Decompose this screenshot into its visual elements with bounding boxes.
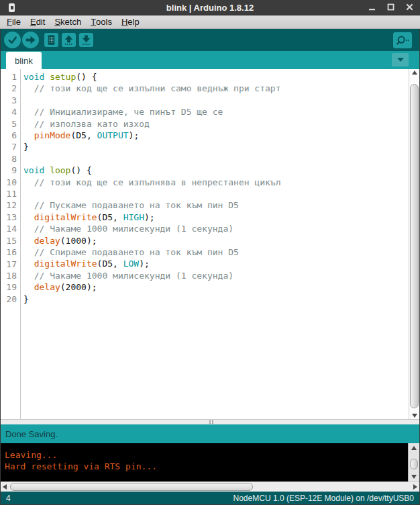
line-number: 13 [1,212,20,223]
arrow-right-icon [23,33,38,47]
code-line[interactable]: // Чакаме 1000 милисекунди (1 секунда) [23,270,409,281]
code-line[interactable] [23,153,409,165]
window-frame: blink 1234567891011121314151617181920 vo… [0,29,420,505]
tab-blink[interactable]: blink [6,52,42,69]
console-scroll-down-icon[interactable] [409,475,419,479]
upload-button[interactable] [22,32,39,48]
footer-status-bar: 4 NodeMCU 1.0 (ESP-12E Module) on /dev/t… [1,492,419,504]
console-vertical-scrollbar[interactable] [408,443,419,481]
code-line[interactable]: // този код ще се изпълнява в непрестане… [23,177,409,188]
toolbar [1,29,419,51]
scroll-left-arrow-icon[interactable] [3,482,7,492]
code-line[interactable]: // този код ще се изпълни само веднъж пр… [23,83,409,94]
splitter-grip-icon [209,420,211,422]
horizontal-scrollbar-thumb[interactable] [10,483,253,491]
line-number: 3 [1,95,20,106]
console-scroll-up-icon[interactable] [409,446,419,450]
arduino-ide-window: blink | Arduino 1.8.12 FileEditSketchToo… [0,0,420,505]
console-line: Hard resetting via RTS pin... [5,461,408,472]
menu-file[interactable]: File [2,15,25,28]
scroll-right-arrow-icon[interactable] [413,482,417,492]
check-icon [5,33,19,47]
status-bar: Done Saving. [1,424,419,443]
open-sketch-button[interactable] [62,33,76,47]
minimize-button[interactable] [367,2,377,12]
console-output: Leaving...Hard resetting via RTS pin... [1,443,408,481]
code-line[interactable]: void setup() { [23,71,409,83]
minimize-icon [367,2,377,12]
line-number: 8 [1,153,20,165]
line-number: 9 [1,165,20,176]
code-line[interactable]: delay(1000); [23,235,409,246]
board-port-info: NodeMCU 1.0 (ESP-12E Module) on /dev/tty… [233,494,414,503]
code-line[interactable]: // Спираме подаването на ток към пин D5 [23,246,409,258]
line-number: 16 [1,246,20,258]
code-line[interactable]: // Пускаме подаването на ток към пин D5 [23,199,409,211]
code-line[interactable]: } [23,141,409,152]
editor-vertical-scrollbar[interactable] [409,69,419,419]
menu-sketch[interactable]: Sketch [50,15,86,28]
editor-gutter: 1234567891011121314151617181920 [1,69,21,419]
line-number: 14 [1,223,20,234]
line-number: 20 [1,293,20,305]
arrow-up-icon [62,34,75,46]
line-number: 12 [1,199,20,211]
pane-splitter[interactable] [1,419,419,424]
line-number: 6 [1,130,20,141]
code-line[interactable]: delay(2000); [23,281,409,293]
code-line[interactable]: // използва като изход [23,118,409,130]
code-line[interactable]: } [23,293,409,305]
editor-scrollbar-thumb[interactable] [410,84,419,408]
magnifier-icon [395,34,410,47]
menu-edit[interactable]: Edit [25,15,50,28]
code-line[interactable]: // Чакаме 1000 милисекунди (1 секунда) [23,223,409,234]
line-number: 7 [1,141,20,152]
maximize-icon [386,2,396,12]
code-line[interactable]: pinMode(D5, OUTPUT); [23,130,409,141]
console-line: Leaving... [5,449,408,461]
scroll-down-arrow-icon[interactable] [409,414,419,418]
code-line[interactable]: // Инициализираме, че пинът D5 ще се [23,106,409,118]
scroll-up-arrow-icon[interactable] [409,71,419,75]
line-number: 18 [1,270,20,281]
verify-button[interactable] [4,32,21,48]
serial-monitor-button[interactable] [393,32,412,48]
current-line-indicator: 4 [6,494,11,503]
editor-code[interactable]: void setup() { // този код ще се изпълни… [21,69,409,419]
console-scrollbar-thumb[interactable] [410,459,418,469]
tab-list-button[interactable] [392,53,409,66]
line-number: 15 [1,235,20,246]
arrow-down-icon [80,34,93,46]
code-line[interactable] [23,95,409,106]
status-message: Done Saving. [5,429,58,439]
chevron-down-icon [396,56,405,64]
menu-bar: FileEditSketchToolsHelp [0,15,420,29]
save-sketch-button[interactable] [79,33,93,47]
code-line[interactable]: void loop() { [23,165,409,176]
title-bar: blink | Arduino 1.8.12 [0,0,420,15]
console-horizontal-scrollbar[interactable] [1,481,419,492]
line-number: 4 [1,106,20,118]
document-icon [45,34,58,46]
line-number: 5 [1,118,20,130]
menu-help[interactable]: Help [117,15,144,28]
line-number: 17 [1,259,20,270]
menu-tools[interactable]: Tools [86,15,117,28]
tab-bar: blink [1,51,419,69]
code-editor[interactable]: 1234567891011121314151617181920 void set… [1,69,419,419]
line-number: 2 [1,83,20,94]
code-line[interactable]: digitalWrite(D5, HIGH); [23,212,409,223]
close-button[interactable] [405,2,415,12]
maximize-button[interactable] [386,2,396,12]
code-line[interactable] [23,188,409,199]
code-line[interactable]: digitalWrite(D5, LOW); [23,258,409,269]
line-number: 10 [1,177,20,188]
line-number: 19 [1,281,20,293]
tab-label: blink [15,56,33,66]
new-sketch-button[interactable] [44,33,58,47]
window-title: blink | Arduino 1.8.12 [0,3,420,13]
line-number: 1 [1,71,20,83]
close-icon [405,2,415,12]
console-panel: Leaving...Hard resetting via RTS pin... [1,443,419,481]
line-number: 11 [1,188,20,199]
